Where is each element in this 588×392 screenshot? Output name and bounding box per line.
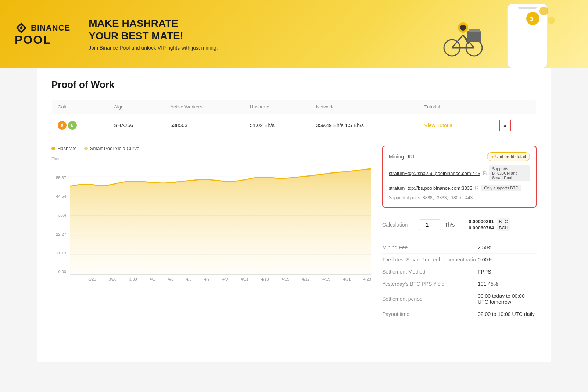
network-cell: 359.49 Eh/s 1.5 Eh/s bbox=[310, 114, 419, 137]
svg-line-9 bbox=[452, 35, 463, 48]
copy-icon-2[interactable]: ⎘ bbox=[475, 185, 478, 191]
logo-pool-text: POOL bbox=[15, 33, 70, 47]
smart-pool-legend-label: Smart Pool Yield Curve bbox=[90, 146, 139, 151]
copy-icon-1[interactable]: ⎘ bbox=[483, 170, 486, 176]
info-dot-icon: ● bbox=[491, 154, 494, 159]
chart-wrap: Eh/s 55.67 44.54 33.4 22.27 11.13 0.00 bbox=[51, 157, 371, 281]
logo-binance-text: BINANCE bbox=[31, 23, 70, 33]
mining-url2-link[interactable]: stratum+tcp://bs.poolbinance.com:3333 bbox=[389, 185, 472, 191]
svg-rect-4 bbox=[518, 7, 537, 9]
info-row-1: The latest Smart Pool enhancement ratio … bbox=[382, 254, 537, 266]
info-label-5: Payout time bbox=[382, 311, 478, 317]
info-value-5: 02:00 to 10:00 UTC daily bbox=[478, 311, 535, 317]
calc-arrow-icon: → bbox=[458, 221, 465, 229]
right-panel: Mining URL: ● Unit profit detail stratum… bbox=[382, 146, 537, 320]
btc-icon: ₿ bbox=[58, 121, 67, 130]
calc-label: Calculation bbox=[382, 222, 415, 228]
url2-row: stratum+tcp://bs.poolbinance.com:3333 ⎘ … bbox=[389, 185, 530, 191]
page-title: Proof of Work bbox=[51, 79, 537, 90]
banner-logo: BINANCE POOL bbox=[15, 21, 70, 47]
calc-input[interactable] bbox=[419, 219, 441, 230]
svg-rect-18 bbox=[469, 29, 480, 32]
info-value-0: 2.50% bbox=[478, 245, 492, 250]
chart-y-labels: Eh/s 55.67 44.54 33.4 22.27 11.13 0.00 bbox=[51, 157, 66, 274]
svg-point-13 bbox=[526, 12, 539, 25]
calc-result: 0.00000261 BTC 0.00060784 BCH bbox=[469, 219, 510, 231]
svg-point-16 bbox=[548, 17, 555, 24]
info-row-0: Mining Fee 2.50% bbox=[382, 242, 537, 254]
info-row-4: Settlement period 00:00 today to 00:00 U… bbox=[382, 290, 537, 308]
url1-tag: Supports BTC/BCH and Smart Pool bbox=[489, 165, 530, 181]
supported-ports: Supported ports: 8888、3333、1800、443 bbox=[389, 195, 530, 201]
url1-row: stratum+tcp://sha256.poolbinance.com:443… bbox=[389, 165, 530, 181]
banner-tagline: MAKE HASHRATE YOUR BEST MATE! Join Binan… bbox=[89, 17, 218, 51]
calc-btc-unit: BTC bbox=[497, 218, 510, 225]
banner-illustration: ₿ bbox=[412, 0, 581, 68]
table-row: ₿ Ƀ SHA256 638503 51.02 Eh/s 359.49 Eh/s… bbox=[52, 114, 537, 137]
col-tutorial: Tutorial bbox=[419, 100, 494, 114]
bch-icon: Ƀ bbox=[68, 121, 77, 130]
mining-url-header: Mining URL: ● Unit profit detail bbox=[389, 152, 530, 161]
info-value-3: 101.45% bbox=[478, 281, 498, 287]
smart-pool-dot bbox=[84, 147, 88, 150]
calc-bch-value: 0.00060784 bbox=[469, 225, 494, 231]
hashrate-cell: 51.02 Eh/s bbox=[244, 114, 310, 137]
svg-point-6 bbox=[460, 25, 466, 31]
info-value-2: FPPS bbox=[478, 269, 491, 275]
info-row-2: Settlement Method FPPS bbox=[382, 266, 537, 278]
workers-cell: 638503 bbox=[164, 114, 244, 137]
banner-subtext: Join Binance Pool and unlock VIP rights … bbox=[89, 45, 218, 51]
chart-area bbox=[70, 157, 371, 275]
hashrate-dot bbox=[51, 147, 55, 150]
calc-bch-unit: BCH bbox=[497, 225, 510, 231]
col-coin: Coin bbox=[52, 100, 108, 114]
info-label-0: Mining Fee bbox=[382, 245, 478, 250]
expand-button[interactable]: ▲ bbox=[499, 120, 511, 131]
legend-smart-pool: Smart Pool Yield Curve bbox=[84, 146, 139, 151]
calc-btc-value: 0.00000261 bbox=[469, 219, 494, 224]
algo-cell: SHA256 bbox=[108, 114, 164, 137]
info-section: Mining Fee 2.50% The latest Smart Pool e… bbox=[382, 242, 537, 320]
mining-url1-link[interactable]: stratum+tcp://sha256.poolbinance.com:443 bbox=[389, 171, 480, 176]
mining-url-title: Mining URL: bbox=[389, 154, 417, 160]
pow-table: Coin Algo Active Workers Hashrate Networ… bbox=[51, 99, 537, 137]
info-row-5: Payout time 02:00 to 10:00 UTC daily bbox=[382, 308, 537, 320]
chart-legend: Hashrate Smart Pool Yield Curve bbox=[51, 146, 371, 151]
calc-result-bch: 0.00060784 BCH bbox=[469, 225, 510, 231]
info-label-3: Yesterday's BTC PPS Yield bbox=[382, 281, 478, 287]
col-workers: Active Workers bbox=[164, 100, 244, 114]
svg-rect-17 bbox=[467, 31, 481, 42]
col-hashrate: Hashrate bbox=[244, 100, 310, 114]
url2-tag: Only supports BTC bbox=[481, 185, 521, 191]
banner-art: ₿ bbox=[404, 0, 588, 68]
legend-hashrate: Hashrate bbox=[51, 146, 77, 151]
chart-section: Hashrate Smart Pool Yield Curve Eh/s 55.… bbox=[51, 146, 537, 320]
mining-url-box: Mining URL: ● Unit profit detail stratum… bbox=[382, 146, 537, 208]
banner-headline: MAKE HASHRATE YOUR BEST MATE! bbox=[89, 17, 218, 42]
main-content: Proof of Work Coin Algo Active Workers H… bbox=[37, 68, 551, 362]
coin-icons: ₿ Ƀ bbox=[58, 121, 102, 130]
unit-profit-button[interactable]: ● Unit profit detail bbox=[487, 152, 530, 161]
col-network: Network bbox=[310, 100, 419, 114]
svg-text:₿: ₿ bbox=[530, 16, 533, 22]
svg-point-15 bbox=[539, 7, 548, 15]
banner: BINANCE POOL MAKE HASHRATE YOUR BEST MAT… bbox=[0, 0, 588, 68]
info-row-3: Yesterday's BTC PPS Yield 101.45% bbox=[382, 278, 537, 290]
calc-row: Calculation Th/s → 0.00000261 BTC 0.0006… bbox=[382, 215, 537, 234]
chart-container: Hashrate Smart Pool Yield Curve Eh/s 55.… bbox=[51, 146, 371, 320]
view-tutorial-link[interactable]: View Tutorial bbox=[424, 122, 454, 128]
chart-svg bbox=[70, 157, 371, 274]
info-label-2: Settlement Method bbox=[382, 269, 478, 275]
info-label-1: The latest Smart Pool enhancement ratio bbox=[382, 257, 478, 263]
chart-x-labels: 3/26 3/28 3/30 4/1 4/3 4/5 4/7 4/9 4/11 … bbox=[88, 277, 371, 281]
calc-unit: Th/s bbox=[445, 222, 455, 228]
info-value-4: 00:00 today to 00:00 UTC tomorrow bbox=[478, 293, 537, 305]
y-unit: Eh/s bbox=[51, 157, 66, 161]
info-value-1: 0.00% bbox=[478, 257, 492, 263]
info-label-4: Settlement period bbox=[382, 296, 478, 302]
hashrate-legend-label: Hashrate bbox=[57, 146, 77, 151]
calc-result-btc: 0.00000261 BTC bbox=[469, 219, 510, 224]
calculation-section: Calculation Th/s → 0.00000261 BTC 0.0006… bbox=[382, 215, 537, 234]
col-algo: Algo bbox=[108, 100, 164, 114]
binance-diamond-icon bbox=[15, 21, 28, 35]
